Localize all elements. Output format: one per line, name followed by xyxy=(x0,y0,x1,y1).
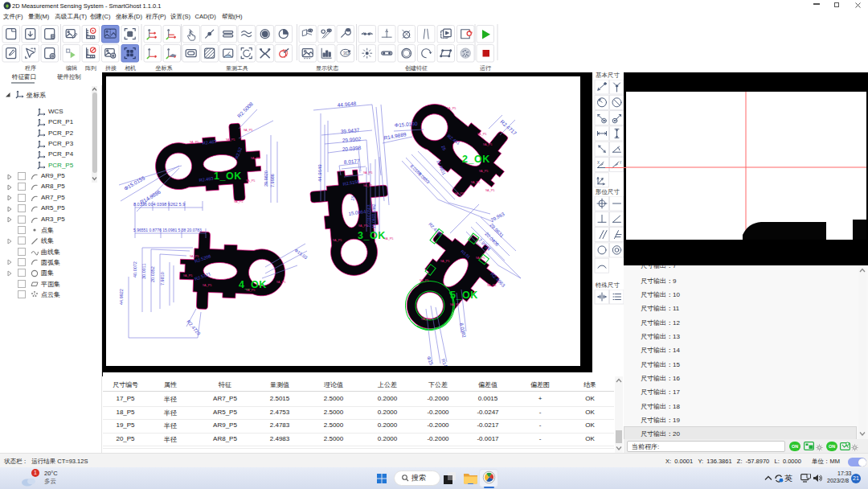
svg-text:9A_P5: 9A_P5 xyxy=(226,138,235,142)
svg-text:9A_P5: 9A_P5 xyxy=(363,184,372,187)
svg-text:9A_P5: 9A_P5 xyxy=(483,143,492,146)
svg-text:2_OK: 2_OK xyxy=(462,154,490,165)
svg-text:9A_P5: 9A_P5 xyxy=(384,237,393,240)
svg-text:3D: 3D xyxy=(343,51,350,55)
svg-text:7.9986: 7.9986 xyxy=(270,174,275,187)
svg-text:5_OK: 5_OK xyxy=(450,290,478,301)
svg-text:5.96551 0.8776 15.0981 5.38 20: 5.96551 0.8776 15.0981 5.38 20.0783 xyxy=(133,228,202,232)
svg-text:9A_P5: 9A_P5 xyxy=(333,239,342,242)
svg-text:44.9649: 44.9649 xyxy=(317,164,322,182)
svg-text:9A_P5: 9A_P5 xyxy=(251,157,260,160)
svg-text:9A_P5: 9A_P5 xyxy=(487,284,496,287)
svg-text:9A_P5: 9A_P5 xyxy=(485,189,494,192)
svg-text:Y: Y xyxy=(620,161,622,165)
svg-text:9A_P5: 9A_P5 xyxy=(358,224,367,228)
svg-text:20.0352: 20.0352 xyxy=(150,266,155,282)
svg-text:9A_P5: 9A_P5 xyxy=(246,179,255,183)
svg-text:9A_P5: 9A_P5 xyxy=(476,257,485,260)
svg-text:X: X xyxy=(597,161,600,165)
svg-text:9A_P5: 9A_P5 xyxy=(477,133,486,136)
svg-text:3_OK: 3_OK xyxy=(358,230,386,241)
svg-text:9A_P5: 9A_P5 xyxy=(276,281,285,284)
svg-text:9A_P5: 9A_P5 xyxy=(234,200,243,203)
svg-text:9A_P5: 9A_P5 xyxy=(363,171,372,175)
svg-text:44.9922: 44.9922 xyxy=(119,289,124,305)
svg-text:9A_P5: 9A_P5 xyxy=(479,170,488,173)
svg-text:9A_P5: 9A_P5 xyxy=(420,279,428,282)
svg-text:9A_P5: 9A_P5 xyxy=(183,274,192,277)
svg-text:1_OK: 1_OK xyxy=(214,171,242,182)
svg-text:9A_P5: 9A_P5 xyxy=(471,181,480,184)
svg-text:30.0011: 30.0011 xyxy=(141,264,146,279)
svg-text:9A_P5: 9A_P5 xyxy=(455,192,464,195)
svg-text:9A_P5: 9A_P5 xyxy=(190,255,199,258)
svg-text:40.0072: 40.0072 xyxy=(133,261,137,277)
svg-text:8.0336 004 0398 9262 5.9: 8.0336 004 0398 9262 5.9 xyxy=(133,202,185,207)
svg-text:9A_P5: 9A_P5 xyxy=(440,260,449,263)
svg-text:7.9810: 7.9810 xyxy=(160,272,165,286)
svg-text:9A_P5: 9A_P5 xyxy=(421,318,430,321)
svg-text:9A_P5: 9A_P5 xyxy=(447,107,456,110)
svg-text:9A_P5: 9A_P5 xyxy=(203,284,211,287)
svg-text:15.0608 0442: 15.0608 0442 xyxy=(371,203,376,228)
svg-text:9A_P5: 9A_P5 xyxy=(450,303,459,306)
svg-text:9A_P5: 9A_P5 xyxy=(190,141,199,144)
svg-text:9A_P5: 9A_P5 xyxy=(244,129,252,132)
svg-text:9A_P5: 9A_P5 xyxy=(246,289,255,292)
svg-text:29.9820: 29.9820 xyxy=(264,171,268,187)
